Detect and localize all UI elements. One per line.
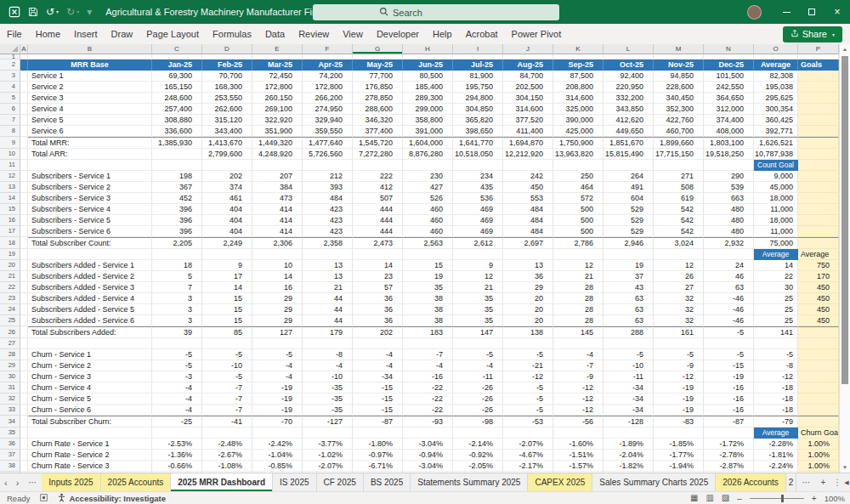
cell-G32[interactable]: -15 [353,394,403,405]
page-layout-view-icon[interactable]: ▥ [706,494,713,502]
cell-L13[interactable]: 491 [604,182,654,193]
add-sheet-button[interactable]: + [815,473,830,491]
cell-E5[interactable]: 260,150 [252,93,303,104]
cell-A22[interactable] [20,282,28,293]
sheet-tab-cf-2025[interactable]: CF 2025 [317,473,364,491]
column-header-J[interactable]: J [503,44,553,54]
row-header-34[interactable]: 34 [0,416,20,428]
cell-N26[interactable]: -5 [704,326,754,338]
cell-B27[interactable] [28,338,152,349]
cell-P5[interactable] [798,93,839,104]
cell-K16[interactable]: 500 [553,215,604,226]
cell-C18[interactable]: 2,205 [152,237,202,249]
cell-I8[interactable]: 398,650 [453,126,503,137]
cell-L4[interactable]: 220,950 [604,82,654,93]
cell-B13[interactable]: Subscribers - Service 2 [28,182,152,193]
cell-F38[interactable]: -2.07% [303,461,353,472]
cell-C12[interactable]: 198 [152,171,202,182]
cell-D2[interactable]: Feb-25 [202,59,252,71]
cell-H30[interactable]: -16 [403,371,453,382]
cell-C6[interactable]: 257,400 [152,104,202,115]
cell-J38[interactable]: -2.17% [503,461,553,472]
cell-N19[interactable] [704,249,754,260]
cell-G23[interactable]: 36 [353,293,403,304]
cell-B36[interactable]: Churn Rate - Service 1 [28,439,152,450]
cell-K34[interactable]: -56 [553,416,604,428]
cell-H20[interactable]: 15 [403,260,453,271]
cell-B11[interactable] [28,160,152,171]
cell-I36[interactable]: -2.14% [453,439,503,450]
cell-M35[interactable] [654,428,704,439]
cell-I30[interactable]: -11 [453,371,503,382]
cell-H37[interactable]: -0.94% [403,450,453,461]
cell-E4[interactable]: 172,800 [252,82,303,93]
cell-O28[interactable]: -5 [754,349,798,360]
cell-L3[interactable]: 92,400 [604,71,654,82]
cell-L36[interactable]: -1.89% [604,439,654,450]
cell-K28[interactable]: -4 [553,349,604,360]
cell-P6[interactable] [798,104,839,115]
cell-N8[interactable]: 408,000 [704,126,754,137]
cell-N9[interactable]: 1,803,100 [704,137,754,149]
cell-L11[interactable] [604,160,654,171]
cell-F37[interactable]: -1.02% [303,450,353,461]
cell-C29[interactable]: -5 [152,360,202,371]
cell-D31[interactable]: -7 [202,382,252,394]
cell-I14[interactable]: 536 [453,193,503,204]
cell-L7[interactable]: 412,620 [604,115,654,126]
cell-C4[interactable]: 165,150 [152,82,202,93]
cell-O36[interactable]: -2.28% [754,439,798,450]
cell-G20[interactable]: 14 [353,260,403,271]
cell-B26[interactable]: Total Subscribers Added: [28,326,152,338]
cell-D4[interactable]: 168,300 [202,82,252,93]
cell-H13[interactable]: 427 [403,182,453,193]
cell-C14[interactable]: 452 [152,193,202,204]
cell-F14[interactable]: 484 [303,193,353,204]
cell-F10[interactable]: 5,726,560 [303,149,353,160]
cell-L6[interactable]: 343,850 [604,104,654,115]
cell-M5[interactable]: 340,450 [654,93,704,104]
cell-D28[interactable]: -5 [202,349,252,360]
cell-B28[interactable]: Churn - Service 1 [28,349,152,360]
ribbon-tab-formulas[interactable]: Formulas [206,29,258,39]
cell-B24[interactable]: Subscribers Added - Service 5 [28,304,152,315]
cell-H39[interactable]: -4.78% [403,472,453,473]
cell-P18[interactable] [798,237,839,249]
cell-L31[interactable]: -34 [604,382,654,394]
cell-F32[interactable]: -35 [303,394,353,405]
cell-N33[interactable]: -16 [704,405,754,416]
sheet-tab-is-2025[interactable]: IS 2025 [273,473,316,491]
cell-O13[interactable]: 45,000 [754,182,798,193]
cell-D24[interactable]: 15 [202,304,252,315]
cell-K22[interactable]: 28 [553,282,604,293]
cell-D15[interactable]: 404 [202,204,252,215]
cell-P22[interactable]: 450 [798,282,839,293]
cell-E26[interactable]: 127 [252,326,303,338]
cell-L14[interactable]: 604 [604,193,654,204]
cell-P2[interactable]: Goals [798,59,839,71]
cell-H7[interactable]: 358,800 [403,115,453,126]
cell-H24[interactable]: 38 [403,304,453,315]
column-header-H[interactable]: H [403,44,453,54]
cell-G4[interactable]: 176,850 [353,82,403,93]
cell-C32[interactable]: -4 [152,394,202,405]
cell-L16[interactable]: 529 [604,215,654,226]
cell-P13[interactable] [798,182,839,193]
cell-G6[interactable]: 288,600 [353,104,403,115]
cell-K21[interactable]: 21 [553,271,604,282]
cell-E18[interactable]: 2,306 [252,237,303,249]
cell-P27[interactable] [798,338,839,349]
cell-B9[interactable]: Total MRR: [28,137,152,149]
cell-I32[interactable]: -26 [453,394,503,405]
page-break-view-icon[interactable]: ▨ [722,494,729,502]
cell-D9[interactable]: 1,413,670 [202,137,252,149]
cell-J39[interactable]: -1.03% [503,472,553,473]
cell-J24[interactable]: 20 [503,304,553,315]
cell-P12[interactable] [798,171,839,182]
cell-B7[interactable]: Service 5 [28,115,152,126]
zoom-slider-thumb[interactable] [781,495,784,502]
cell-O17[interactable]: 11,000 [754,226,798,237]
row-header-22[interactable]: 22 [0,282,20,293]
row-header-29[interactable]: 29 [0,360,20,371]
cell-M2[interactable]: Nov-25 [654,59,704,71]
